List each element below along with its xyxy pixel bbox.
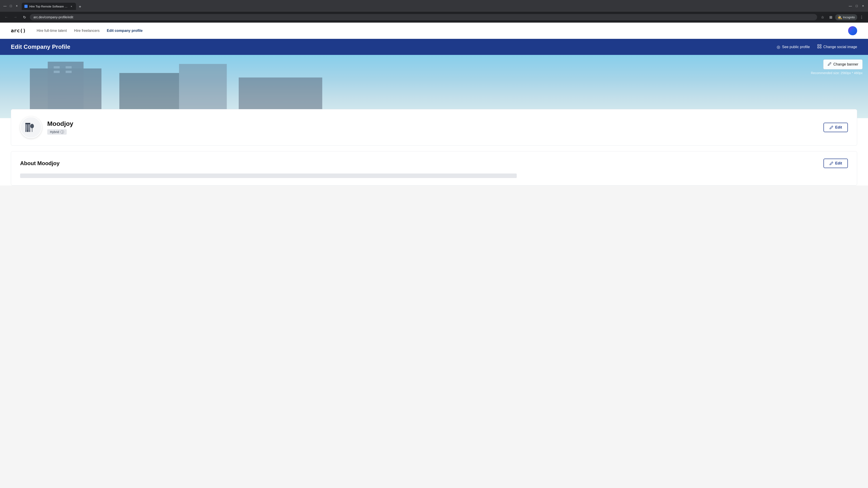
pencil-icon <box>828 62 832 67</box>
share-icon <box>817 44 822 50</box>
svg-rect-18 <box>25 126 30 127</box>
incognito-label: Incognito <box>843 15 855 19</box>
edit-banner-title: Edit Company Profile <box>11 43 70 51</box>
maximize-button[interactable]: □ <box>8 4 13 8</box>
site-logo[interactable]: arc() <box>11 28 26 33</box>
hero-banner: Change banner Recommended size: 2560px *… <box>0 55 868 118</box>
company-edit-label: Edit <box>835 125 842 129</box>
edit-company-banner: Edit Company Profile ◎ See public profil… <box>0 39 868 55</box>
company-logo <box>20 117 42 138</box>
company-logo-icon <box>24 121 38 134</box>
refresh-button[interactable]: ↻ <box>21 13 28 21</box>
bookmark-button[interactable]: ☆ <box>819 13 826 21</box>
extensions-button[interactable]: ⊞ <box>827 13 834 21</box>
info-icon[interactable]: i <box>60 130 64 134</box>
menu-button[interactable]: ⋮ <box>858 13 865 21</box>
toolbar-actions: ☆ ⊞ 🕵 Incognito ⋮ <box>819 13 865 21</box>
svg-rect-2 <box>820 47 821 48</box>
nav-hire-fulltime[interactable]: Hire full-time talent <box>37 29 67 33</box>
incognito-badge: 🕵 Incognito <box>835 14 857 20</box>
window-controls: — □ × <box>3 4 19 8</box>
company-name: Moodjoy <box>47 120 818 127</box>
restore-button[interactable]: □ <box>855 4 859 8</box>
svg-rect-10 <box>66 66 71 68</box>
change-social-image-button[interactable]: Change social image <box>817 44 857 50</box>
avatar-image <box>848 26 857 35</box>
change-social-image-label: Change social image <box>824 45 857 49</box>
tab-close-button[interactable]: × <box>70 4 73 8</box>
svg-rect-19 <box>25 127 30 128</box>
nav-hire-freelancers[interactable]: Hire freelancers <box>74 29 100 33</box>
svg-point-22 <box>30 124 34 128</box>
page: arc() Hire full-time talent Hire freelan… <box>0 23 868 186</box>
about-edit-button[interactable]: Edit <box>824 159 848 168</box>
eye-icon: ◎ <box>777 44 780 50</box>
banner-decoration <box>0 55 477 118</box>
svg-rect-20 <box>25 129 30 129</box>
svg-rect-9 <box>54 66 60 68</box>
tab-title: Hire Top Remote Software Dev... <box>29 5 68 8</box>
company-badge: Hybrid i <box>47 129 67 135</box>
svg-rect-5 <box>48 62 84 116</box>
banner-actions: ◎ See public profile Change social image <box>777 44 857 50</box>
svg-rect-11 <box>54 71 60 73</box>
about-section-header: About Moodjoy Edit <box>20 159 848 168</box>
avatar[interactable] <box>848 26 857 35</box>
svg-rect-1 <box>820 44 821 46</box>
svg-rect-16 <box>25 123 30 124</box>
browser-chrome: — □ × Hire Top Remote Software Dev... × … <box>0 0 868 23</box>
address-bar[interactable]: arc.dev/company-profile/edit <box>30 14 817 20</box>
svg-rect-3 <box>817 47 819 48</box>
company-card: Moodjoy Hybrid i Edit <box>11 109 857 146</box>
about-edit-label: Edit <box>835 161 842 165</box>
change-banner-area: Change banner Recommended size: 2560px *… <box>811 59 863 75</box>
change-banner-button[interactable]: Change banner <box>823 59 863 69</box>
close-window-button[interactable]: × <box>14 4 19 8</box>
company-info: Moodjoy Hybrid i <box>47 120 818 135</box>
browser-toolbar: ← → ↻ arc.dev/company-profile/edit ☆ ⊞ 🕵… <box>0 12 868 23</box>
see-public-profile-button[interactable]: ◎ See public profile <box>777 44 810 50</box>
site-header: arc() Hire full-time talent Hire freelan… <box>0 23 868 39</box>
nav-edit-company-profile[interactable]: Edit company profile <box>107 29 143 33</box>
svg-rect-0 <box>817 44 819 46</box>
company-edit-button[interactable]: Edit <box>824 123 848 132</box>
edit-pencil-icon <box>829 125 833 129</box>
forward-button[interactable]: → <box>12 13 19 21</box>
about-edit-pencil-icon <box>829 161 833 165</box>
about-section-title: About Moodjoy <box>20 160 60 166</box>
close-button-2[interactable]: × <box>861 4 865 8</box>
tab-favicon <box>24 5 28 8</box>
svg-rect-17 <box>25 125 30 125</box>
tab-bar: Hire Top Remote Software Dev... × + <box>22 2 844 10</box>
active-tab[interactable]: Hire Top Remote Software Dev... × <box>22 3 76 10</box>
new-tab-button[interactable]: + <box>77 4 83 10</box>
recommended-size-text: Recommended size: 2560px * 460px <box>811 71 863 75</box>
content-placeholder <box>20 173 517 178</box>
hybrid-label: Hybrid <box>50 130 59 134</box>
svg-rect-12 <box>66 71 71 73</box>
incognito-icon: 🕵 <box>837 15 842 20</box>
minimize-button[interactable]: — <box>3 4 7 8</box>
address-text: arc.dev/company-profile/edit <box>33 15 813 19</box>
minimize-button-2[interactable]: — <box>848 4 852 8</box>
see-public-profile-label: See public profile <box>782 45 810 49</box>
site-nav: Hire full-time talent Hire freelancers E… <box>37 29 848 33</box>
back-button[interactable]: ← <box>3 13 10 21</box>
about-section: About Moodjoy Edit <box>11 151 857 186</box>
change-banner-label: Change banner <box>833 62 858 66</box>
browser-titlebar: — □ × Hire Top Remote Software Dev... × … <box>0 0 868 12</box>
